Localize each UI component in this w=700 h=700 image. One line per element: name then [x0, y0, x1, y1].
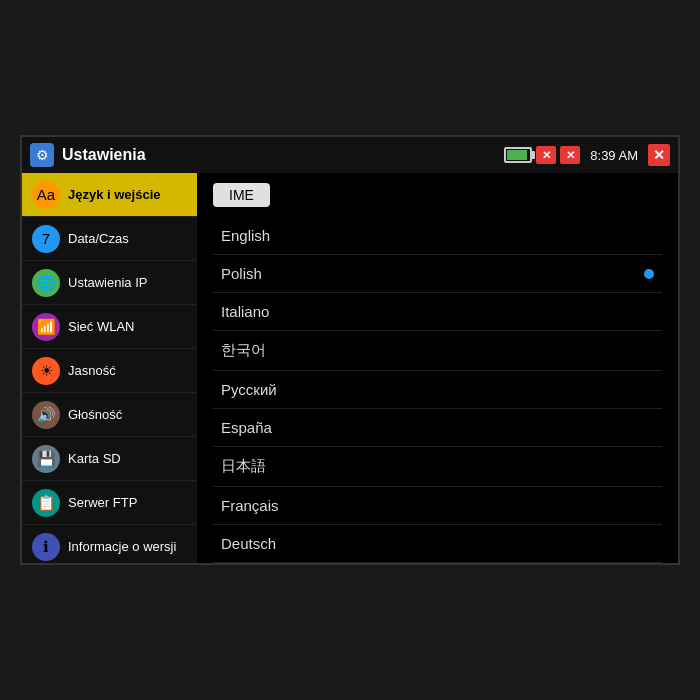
language-name: 日本語: [221, 457, 266, 476]
device-frame: ⚙ Ustawienia ✕ ✕ 8:39 AM ✕ AaJęzyk i wej…: [20, 135, 680, 565]
top-bar: ⚙ Ustawienia ✕ ✕ 8:39 AM ✕: [22, 137, 678, 173]
language-item[interactable]: Deutsch: [213, 525, 662, 563]
language-item[interactable]: Italiano: [213, 293, 662, 331]
page-title: Ustawienia: [62, 146, 504, 164]
sidebar-item-wlan[interactable]: 📶Sieć WLAN: [22, 305, 197, 349]
language-item[interactable]: Polish: [213, 255, 662, 293]
sidebar-item-brightness[interactable]: ☀Jasność: [22, 349, 197, 393]
sidebar-item-about[interactable]: ℹInformacje o wersji: [22, 525, 197, 563]
sidebar: AaJęzyk i wejście7Data/Czas🌐Ustawienia I…: [22, 173, 197, 563]
sidebar-item-sd[interactable]: 💾Karta SD: [22, 437, 197, 481]
ime-button[interactable]: IME: [213, 183, 270, 207]
sidebar-item-datetime[interactable]: 7Data/Czas: [22, 217, 197, 261]
language-name: Français: [221, 497, 279, 514]
sidebar-item-volume[interactable]: 🔊Głośność: [22, 393, 197, 437]
language-name: Русский: [221, 381, 277, 398]
content-area: IME EnglishPolishItaliano한국어РусскийEspañ…: [197, 173, 678, 563]
sidebar-icon-sd: 💾: [32, 445, 60, 473]
selected-indicator: [644, 269, 654, 279]
sidebar-icon-datetime: 7: [32, 225, 60, 253]
language-name: España: [221, 419, 272, 436]
sidebar-label-sd: Karta SD: [68, 451, 121, 466]
sidebar-label-ftp: Serwer FTP: [68, 495, 137, 510]
sidebar-label-wlan: Sieć WLAN: [68, 319, 134, 334]
sidebar-item-ip[interactable]: 🌐Ustawienia IP: [22, 261, 197, 305]
language-list: EnglishPolishItaliano한국어РусскийEspaña日本語…: [213, 217, 662, 563]
sidebar-item-ftp[interactable]: 📋Serwer FTP: [22, 481, 197, 525]
battery-icon: [504, 147, 532, 163]
language-item[interactable]: Русский: [213, 371, 662, 409]
sidebar-icon-brightness: ☀: [32, 357, 60, 385]
signal-icon-1: ✕: [536, 146, 556, 164]
language-item[interactable]: English: [213, 217, 662, 255]
settings-icon: ⚙: [30, 143, 54, 167]
sidebar-icon-about: ℹ: [32, 533, 60, 561]
language-name: Italiano: [221, 303, 269, 320]
sidebar-label-volume: Głośność: [68, 407, 122, 422]
sidebar-label-ip: Ustawienia IP: [68, 275, 147, 290]
sidebar-label-about: Informacje o wersji: [68, 539, 176, 554]
sidebar-label-datetime: Data/Czas: [68, 231, 129, 246]
signal-icon-2: ✕: [560, 146, 580, 164]
sidebar-label-lang: Język i wejście: [68, 187, 161, 202]
language-name: English: [221, 227, 270, 244]
language-name: Polish: [221, 265, 262, 282]
language-item[interactable]: España: [213, 409, 662, 447]
sidebar-icon-ftp: 📋: [32, 489, 60, 517]
clock: 8:39 AM: [590, 148, 638, 163]
language-name: Deutsch: [221, 535, 276, 552]
sidebar-icon-wlan: 📶: [32, 313, 60, 341]
sidebar-label-brightness: Jasność: [68, 363, 116, 378]
sidebar-icon-lang: Aa: [32, 181, 60, 209]
language-item[interactable]: 日本語: [213, 447, 662, 487]
sidebar-item-lang[interactable]: AaJęzyk i wejście: [22, 173, 197, 217]
language-name: 한국어: [221, 341, 266, 360]
language-item[interactable]: Français: [213, 487, 662, 525]
sidebar-icon-ip: 🌐: [32, 269, 60, 297]
status-icons: ✕ ✕ 8:39 AM ✕: [504, 144, 670, 166]
main-content: AaJęzyk i wejście7Data/Czas🌐Ustawienia I…: [22, 173, 678, 563]
sidebar-icon-volume: 🔊: [32, 401, 60, 429]
language-item[interactable]: 한국어: [213, 331, 662, 371]
close-button[interactable]: ✕: [648, 144, 670, 166]
